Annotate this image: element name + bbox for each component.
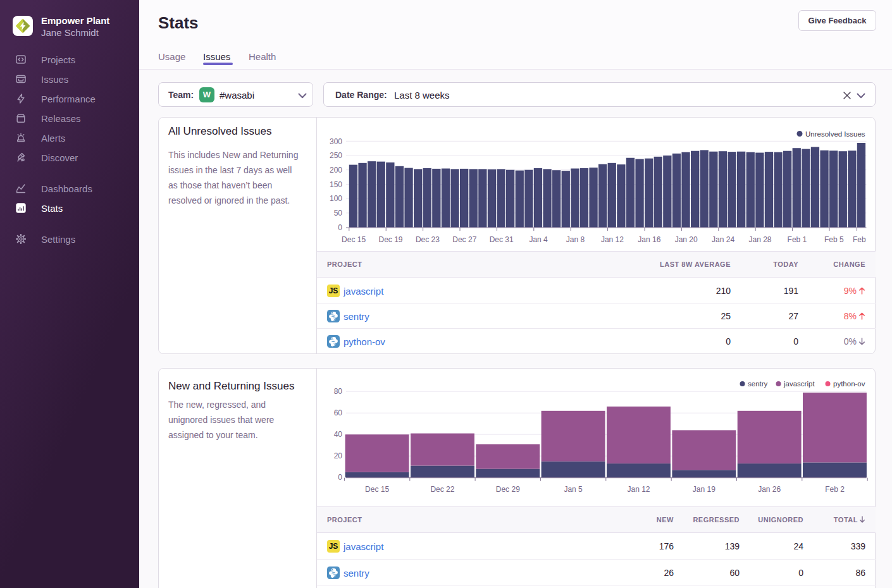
- svg-text:Jan 12: Jan 12: [627, 485, 650, 494]
- svg-text:20: 20: [334, 451, 343, 460]
- svg-text:Dec 15: Dec 15: [365, 485, 389, 494]
- svg-text:0: 0: [338, 223, 342, 232]
- svg-text:Feb 2: Feb 2: [825, 485, 845, 494]
- svg-text:0: 0: [338, 473, 342, 482]
- svg-text:Dec 22: Dec 22: [430, 485, 454, 494]
- svg-text:Jan 5: Jan 5: [564, 485, 583, 494]
- svg-text:Dec 27: Dec 27: [452, 235, 476, 244]
- svg-text:Feb: Feb: [853, 235, 866, 244]
- svg-text:250: 250: [330, 151, 342, 160]
- svg-text:Jan 12: Jan 12: [601, 235, 624, 244]
- svg-text:Jan 26: Jan 26: [758, 485, 781, 494]
- svg-text:Dec 23: Dec 23: [416, 235, 440, 244]
- svg-text:Jan 20: Jan 20: [675, 235, 698, 244]
- svg-text:Dec 29: Dec 29: [496, 485, 520, 494]
- svg-text:Jan 28: Jan 28: [748, 235, 771, 244]
- svg-text:60: 60: [334, 408, 343, 417]
- svg-text:Jan 8: Jan 8: [566, 235, 585, 244]
- svg-text:50: 50: [334, 209, 343, 217]
- svg-text:python-ov: python-ov: [833, 380, 865, 388]
- svg-text:Dec 15: Dec 15: [342, 235, 366, 244]
- svg-text:sentry: sentry: [748, 380, 768, 388]
- svg-text:Unresolved Issues: Unresolved Issues: [805, 130, 865, 138]
- svg-text:Jan 19: Jan 19: [693, 485, 715, 494]
- svg-text:200: 200: [330, 166, 342, 175]
- svg-text:40: 40: [334, 430, 343, 439]
- svg-text:Jan 4: Jan 4: [529, 235, 548, 244]
- svg-text:80: 80: [334, 387, 343, 396]
- svg-text:Feb 5: Feb 5: [824, 235, 844, 244]
- svg-text:150: 150: [330, 180, 342, 189]
- svg-text:Jan 24: Jan 24: [712, 235, 734, 244]
- svg-text:Feb 1: Feb 1: [788, 235, 807, 244]
- svg-text:Dec 19: Dec 19: [378, 235, 402, 244]
- svg-text:300: 300: [330, 137, 342, 146]
- svg-text:javascript: javascript: [783, 380, 815, 388]
- svg-text:Dec 31: Dec 31: [490, 235, 514, 244]
- svg-text:Jan 16: Jan 16: [638, 235, 660, 244]
- svg-text:100: 100: [330, 194, 342, 203]
